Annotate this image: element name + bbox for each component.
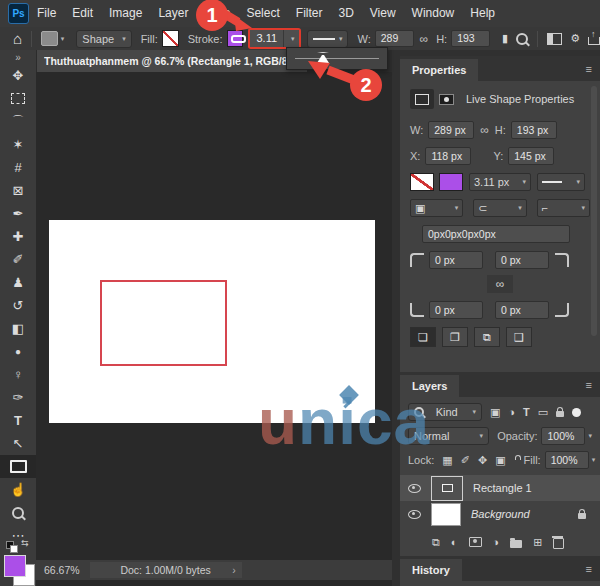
filter-smart-object-icon[interactable]: [556, 411, 564, 417]
chevron-right-icon[interactable]: ›: [232, 564, 236, 576]
filter-shape-icon[interactable]: ▭: [538, 406, 548, 419]
move-tool[interactable]: ✥: [0, 64, 36, 87]
panel-menu-icon[interactable]: ≡: [586, 563, 592, 575]
stroke-align-select[interactable]: ▣ ▾: [410, 199, 463, 217]
eye-icon[interactable]: [408, 510, 421, 519]
link-dimensions-icon[interactable]: ∞: [420, 32, 429, 46]
clone-stamp-tool[interactable]: ♟: [0, 271, 36, 294]
menu-item-help[interactable]: Help: [462, 0, 503, 27]
fill-value[interactable]: 100%: [545, 451, 589, 469]
search-icon[interactable]: [516, 33, 528, 45]
lock-artboard-icon[interactable]: ▣: [495, 454, 505, 467]
menu-item-filter[interactable]: Filter: [288, 0, 331, 27]
menu-item-edit[interactable]: Edit: [64, 0, 101, 27]
blend-mode-select[interactable]: Normal ▾: [408, 427, 489, 445]
collapse-toolbar-icon[interactable]: »: [0, 52, 36, 64]
stroke-swatch[interactable]: [439, 173, 463, 191]
eye-icon[interactable]: [408, 484, 421, 493]
stroke-width-dropdown[interactable]: ▾: [283, 30, 299, 47]
layer-filter-select[interactable]: Kind ▾: [408, 403, 482, 421]
pen-tool[interactable]: ✑: [0, 386, 36, 409]
layer-thumbnail[interactable]: [431, 476, 463, 501]
opacity-value[interactable]: 100%: [541, 427, 585, 445]
stroke-corner-select[interactable]: ⌐ ▾: [537, 199, 590, 217]
zoom-tool[interactable]: [0, 501, 36, 524]
delete-layer-icon[interactable]: [553, 538, 564, 549]
fill-swatch[interactable]: [162, 30, 179, 47]
link-layers-icon[interactable]: ⧉: [432, 536, 440, 549]
layer-style-icon[interactable]: ◐: [451, 536, 458, 548]
magic-wand-tool[interactable]: ✶: [0, 133, 36, 156]
fill-swatch[interactable]: [410, 173, 434, 191]
dodge-tool[interactable]: ♀: [0, 363, 36, 386]
layer-row-rectangle[interactable]: Rectangle 1: [400, 475, 600, 501]
shape-height-input[interactable]: 193 px: [451, 30, 490, 47]
shape-x-input[interactable]: 118 px: [425, 147, 471, 165]
new-group-icon[interactable]: [510, 540, 522, 548]
link-wh-icon[interactable]: ∞: [480, 123, 489, 137]
history-brush-tool[interactable]: ↺: [0, 294, 36, 317]
panel-toggle-icon[interactable]: [547, 33, 562, 45]
pathfinder-subtract-button[interactable]: ❐: [442, 327, 468, 347]
tool-mode-select[interactable]: Shape ▾: [76, 30, 131, 48]
shape-properties-button[interactable]: [410, 89, 434, 109]
shape-y-input[interactable]: 145 px: [508, 147, 554, 165]
foreground-color-swatch[interactable]: [4, 555, 26, 577]
drawn-rectangle[interactable]: [100, 280, 227, 366]
stroke-width-select[interactable]: 3.11 px ▾: [469, 173, 531, 191]
gear-icon[interactable]: ⚙: [570, 32, 580, 45]
pathfinder-exclude-button[interactable]: ❑: [506, 327, 532, 347]
new-layer-icon[interactable]: ⊞: [533, 536, 542, 549]
document-info[interactable]: Doc: 1.00M/0 bytes ›: [90, 562, 242, 578]
shape-width-input[interactable]: 289 px: [375, 30, 414, 47]
filter-adjustment-icon[interactable]: ◑: [508, 406, 515, 418]
panel-menu-icon[interactable]: ≡: [586, 63, 592, 75]
zoom-level[interactable]: 66.67%: [44, 564, 80, 576]
mini-slider-icon[interactable]: ▮: [502, 32, 508, 45]
add-mask-icon[interactable]: [469, 537, 482, 547]
gradient-tool[interactable]: ◧: [0, 317, 36, 340]
swap-colors-icon[interactable]: ⇆: [21, 538, 29, 548]
marquee-tool[interactable]: [0, 87, 36, 110]
tab-properties[interactable]: Properties: [400, 59, 478, 81]
menu-item-view[interactable]: View: [362, 0, 404, 27]
shape-h-input[interactable]: 193 px: [511, 121, 557, 139]
filter-pixel-icon[interactable]: ▣: [490, 406, 500, 419]
corner-br-input[interactable]: 0 px: [495, 301, 549, 319]
share-icon[interactable]: [588, 37, 600, 45]
filter-type-icon[interactable]: T: [523, 406, 530, 418]
pathfinder-intersect-button[interactable]: ⧉: [474, 327, 500, 347]
blur-tool[interactable]: ●: [0, 340, 36, 363]
lasso-tool[interactable]: ⌒: [0, 110, 36, 133]
default-colors-control[interactable]: ⇆: [6, 541, 32, 553]
menu-item-file[interactable]: File: [29, 0, 64, 27]
link-corners-button[interactable]: ∞: [487, 275, 513, 293]
shape-w-input[interactable]: 289 px: [428, 121, 474, 139]
opacity-control[interactable]: 100% ▾: [541, 427, 592, 445]
brush-tool[interactable]: ✐: [0, 248, 36, 271]
menu-item-3d[interactable]: 3D: [330, 0, 361, 27]
corner-tr-input[interactable]: 0 px: [495, 251, 549, 269]
stroke-style-select[interactable]: ▾: [537, 173, 585, 191]
type-tool[interactable]: T: [0, 409, 36, 432]
layer-name[interactable]: Rectangle 1: [473, 482, 532, 494]
frame-tool[interactable]: ⊠: [0, 179, 36, 202]
corner-tl-input[interactable]: 0 px: [429, 251, 483, 269]
corner-values-input[interactable]: 0px0px0px0px: [422, 225, 570, 243]
layer-name[interactable]: Background: [471, 508, 530, 520]
document-canvas[interactable]: [49, 220, 375, 423]
hand-tool[interactable]: ☝: [0, 478, 36, 501]
lock-move-icon[interactable]: ✥: [478, 454, 487, 467]
stroke-cap-select[interactable]: ⊂ ▾: [473, 199, 526, 217]
rectangle-tool[interactable]: [0, 455, 36, 478]
corner-bl-input[interactable]: 0 px: [429, 301, 483, 319]
scrollbar[interactable]: [591, 86, 597, 336]
lock-transparent-icon[interactable]: ▦: [442, 454, 452, 467]
lock-paint-icon[interactable]: ✐: [461, 454, 470, 467]
fill-control[interactable]: 100% ▾: [545, 451, 596, 469]
healing-brush-tool[interactable]: ✚: [0, 225, 36, 248]
home-icon[interactable]: ⌂: [13, 30, 22, 47]
document-tab[interactable]: Thuthuatphanmem @ 66.7% (Rectangle 1, RG…: [36, 50, 307, 72]
tab-history[interactable]: History: [400, 559, 462, 581]
adjustment-layer-icon[interactable]: ◑: [493, 536, 500, 548]
